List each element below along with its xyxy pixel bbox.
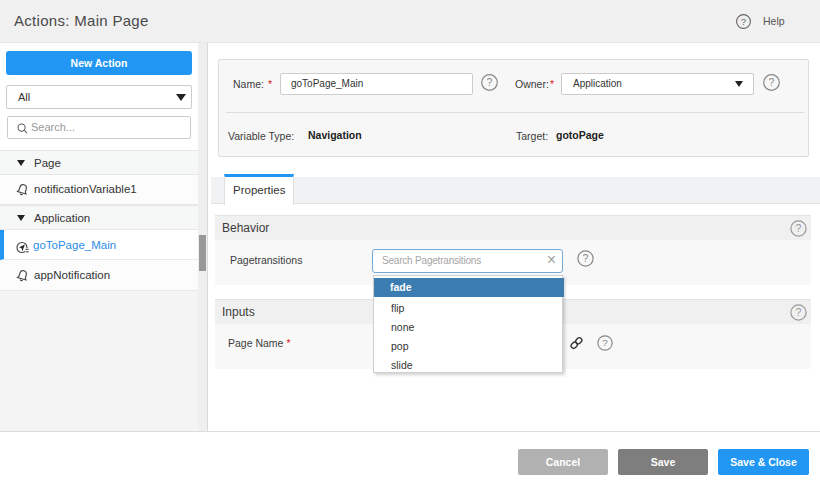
svg-text:?: ? (602, 337, 608, 348)
svg-text:?: ? (583, 252, 589, 264)
svg-text:?: ? (796, 306, 802, 318)
svg-text:?: ? (796, 222, 802, 234)
svg-text:?: ? (487, 76, 493, 88)
svg-text:?: ? (769, 76, 775, 88)
svg-text:?: ? (741, 16, 746, 27)
